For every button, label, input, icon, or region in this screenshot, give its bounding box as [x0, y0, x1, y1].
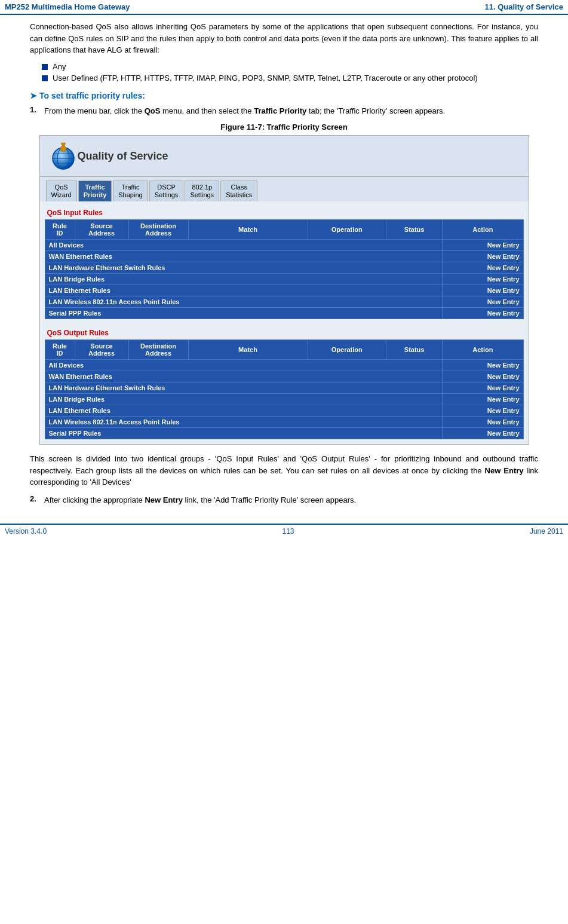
output-rule-row-2: LAN Hardware Ethernet Switch Rules New E… — [45, 383, 523, 394]
footer-date: June 2011 — [530, 527, 563, 536]
col-source-addr-output: Source Address — [75, 340, 128, 360]
input-rule-new-entry-4[interactable]: New Entry — [443, 285, 523, 296]
input-rule-row-6: Serial PPP Rules New Entry — [45, 308, 523, 319]
input-rule-row-5: LAN Wireless 802.11n Access Point Rules … — [45, 296, 523, 308]
input-rules-title: QoS Input Rules — [45, 206, 524, 219]
header-left: MP252 Multimedia Home Gateway — [5, 2, 130, 11]
output-rules-table: Rule ID Source Address Destination Addre… — [45, 339, 524, 439]
output-rule-row-0: All Devices New Entry — [45, 360, 523, 371]
output-rule-row-5: LAN Wireless 802.11n Access Point Rules … — [45, 417, 523, 428]
input-rule-label-4: LAN Ethernet Rules — [45, 285, 443, 296]
input-rule-row-2: LAN Hardware Ethernet Switch Rules New E… — [45, 262, 523, 274]
step-1-num: 1. — [30, 105, 42, 114]
input-rule-new-entry-5[interactable]: New Entry — [443, 296, 523, 308]
output-rule-new-entry-2[interactable]: New Entry — [443, 383, 523, 394]
col-dest-addr-output: Destination Address — [128, 340, 188, 360]
description-new-entry-bold: New Entry — [485, 466, 524, 475]
tab-dscp-settings[interactable]: DSCP Settings — [149, 180, 184, 201]
step-1-bold-qos: QoS — [145, 106, 161, 115]
input-rule-label-2: LAN Hardware Ethernet Switch Rules — [45, 262, 443, 274]
col-dest-addr-input: Destination Address — [128, 220, 188, 240]
header-right: 11. Quality of Service — [484, 2, 563, 11]
bullet-icon-any — [42, 64, 48, 70]
output-rule-new-entry-1[interactable]: New Entry — [443, 371, 523, 383]
main-content: Connection-based QoS also allows inherit… — [0, 15, 568, 518]
bullet-icon-user-defined — [42, 75, 48, 81]
col-action-input: Action — [443, 220, 523, 240]
col-operation-input: Operation — [308, 220, 386, 240]
input-rule-row-3: LAN Bridge Rules New Entry — [45, 274, 523, 285]
intro-paragraph: Connection-based QoS also allows inherit… — [30, 21, 538, 56]
tab-8021p-settings[interactable]: 802.1p Settings — [185, 180, 219, 201]
input-rule-new-entry-2[interactable]: New Entry — [443, 262, 523, 274]
output-rule-label-3: LAN Bridge Rules — [45, 394, 443, 405]
step-2-new-entry-bold: New Entry — [145, 495, 183, 504]
step-1: 1. From the menu bar, click the QoS menu… — [30, 105, 538, 117]
output-rule-label-1: WAN Ethernet Rules — [45, 371, 443, 383]
input-rule-label-3: LAN Bridge Rules — [45, 274, 443, 285]
input-rule-new-entry-6[interactable]: New Entry — [443, 308, 523, 319]
description-text-before: This screen is divided into two identica… — [30, 454, 538, 475]
tab-traffic-priority[interactable]: Traffic Priority — [78, 180, 112, 201]
col-match-input: Match — [188, 220, 308, 240]
page-footer: Version 3.4.0 113 June 2011 — [0, 524, 568, 538]
input-rule-new-entry-0[interactable]: New Entry — [443, 240, 523, 251]
output-rule-row-6: Serial PPP Rules New Entry — [45, 428, 523, 439]
output-rule-label-6: Serial PPP Rules — [45, 428, 443, 439]
figure-caption: Figure 11-7: Traffic Priority Screen — [30, 123, 538, 131]
output-rule-row-4: LAN Ethernet Rules New Entry — [45, 405, 523, 417]
input-rules-table: Rule ID Source Address Destination Addre… — [45, 219, 524, 319]
output-rule-label-4: LAN Ethernet Rules — [45, 405, 443, 417]
input-rule-new-entry-1[interactable]: New Entry — [443, 251, 523, 262]
input-rule-label-1: WAN Ethernet Rules — [45, 251, 443, 262]
qos-title: Quality of Service — [78, 150, 168, 163]
input-rule-label-6: Serial PPP Rules — [45, 308, 443, 319]
col-action-output: Action — [443, 340, 523, 360]
section-gap-1 — [45, 319, 524, 326]
output-rule-new-entry-4[interactable]: New Entry — [443, 405, 523, 417]
output-rule-label-2: LAN Hardware Ethernet Switch Rules — [45, 383, 443, 394]
bullet-item-any: Any — [42, 62, 538, 71]
col-operation-output: Operation — [308, 340, 386, 360]
output-rule-label-5: LAN Wireless 802.11n Access Point Rules — [45, 417, 443, 428]
qos-title-bar: Quality of Service — [40, 136, 529, 177]
output-rule-new-entry-6[interactable]: New Entry — [443, 428, 523, 439]
qos-body: QoS Input Rules Rule ID Source Address D… — [40, 201, 529, 444]
output-rule-new-entry-5[interactable]: New Entry — [443, 417, 523, 428]
step-2: 2. After clicking the appropriate New En… — [30, 494, 538, 506]
output-rule-label-0: All Devices — [45, 360, 443, 371]
col-source-addr-input: Source Address — [75, 220, 128, 240]
bullet-text-any: Any — [53, 62, 66, 71]
step-1-bold-traffic-priority: Traffic Priority — [254, 106, 306, 115]
col-match-output: Match — [188, 340, 308, 360]
col-status-input: Status — [386, 220, 442, 240]
qos-nav: QoS Wizard Traffic Priority Traffic Shap… — [40, 177, 529, 201]
input-rule-label-5: LAN Wireless 802.11n Access Point Rules — [45, 296, 443, 308]
step-1-text: From the menu bar, click the QoS menu, a… — [44, 105, 445, 117]
step-2-text: After clicking the appropriate New Entry… — [44, 494, 356, 506]
footer-page: 113 — [282, 527, 294, 536]
col-rule-id-output: Rule ID — [45, 340, 75, 360]
description-paragraph: This screen is divided into two identica… — [30, 453, 538, 488]
input-rule-row-4: LAN Ethernet Rules New Entry — [45, 285, 523, 296]
input-rule-row-1: WAN Ethernet Rules New Entry — [45, 251, 523, 262]
output-rules-title: QoS Output Rules — [45, 326, 524, 339]
output-rule-row-1: WAN Ethernet Rules New Entry — [45, 371, 523, 383]
qos-globe-icon — [49, 142, 78, 170]
footer-version: Version 3.4.0 — [5, 527, 47, 536]
output-rule-row-3: LAN Bridge Rules New Entry — [45, 394, 523, 405]
bullet-item-user-defined: User Defined (FTP, HTTP, HTTPS, TFTP, IM… — [42, 74, 538, 82]
section-header-traffic-priority: To set traffic priority rules: — [30, 91, 538, 100]
tab-class-statistics[interactable]: Class Statistics — [220, 180, 257, 201]
input-rule-label-0: All Devices — [45, 240, 443, 251]
output-rule-new-entry-0[interactable]: New Entry — [443, 360, 523, 371]
bullet-text-user-defined: User Defined (FTP, HTTP, HTTPS, TFTP, IM… — [53, 74, 478, 82]
input-rule-new-entry-3[interactable]: New Entry — [443, 274, 523, 285]
input-rule-row-0: All Devices New Entry — [45, 240, 523, 251]
tab-traffic-shaping[interactable]: Traffic Shaping — [113, 180, 148, 201]
svg-point-6 — [60, 146, 66, 152]
col-rule-id-input: Rule ID — [45, 220, 75, 240]
tab-qos-wizard[interactable]: QoS Wizard — [46, 180, 77, 201]
output-rule-new-entry-3[interactable]: New Entry — [443, 394, 523, 405]
qos-screen: Quality of Service QoS Wizard Traffic Pr… — [39, 135, 529, 445]
